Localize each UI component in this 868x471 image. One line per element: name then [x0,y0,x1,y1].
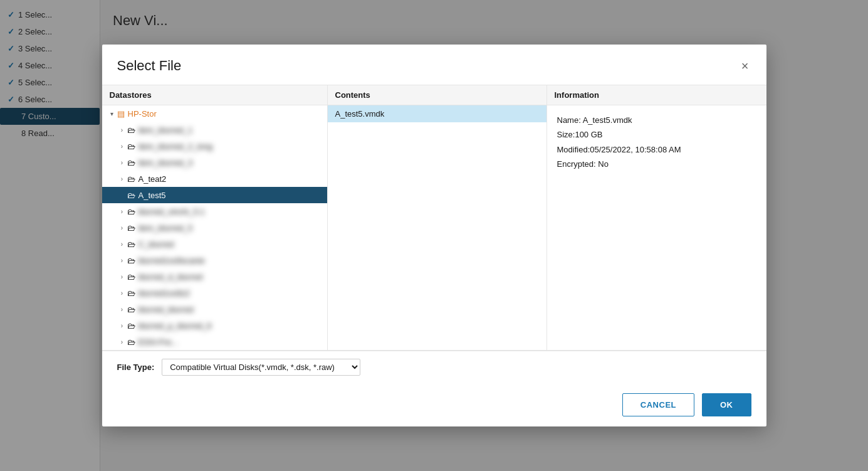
tree-item-label: item_blurred_3 [139,158,322,167]
information-body: Name: A_test5.vmdk Size:100 GB Modified:… [547,105,766,179]
contents-header: Contents [328,85,546,105]
tree-item-label: item_blurred_1 [139,125,322,135]
tree-item-a-teat2[interactable]: › 🗁 A_teat2 [102,171,327,187]
information-pane: Information Name: A_test5.vmdk Size:100 … [547,85,766,350]
close-button[interactable]: × [739,57,751,75]
datastores-tree[interactable]: ▾ ▤ HP-Stor › 🗁 item_blurred_1 › [102,105,327,350]
content-item-vmdk[interactable]: A_test5.vmdk [328,105,546,122]
tree-item-blurred-7[interactable]: › 🗁 blurred1os9scanie [102,252,327,268]
expand-icon: › [117,223,127,233]
select-file-modal: Select File × Datastores ▾ ▤ HP-Stor [102,45,766,426]
info-modified: Modified:05/25/2022, 10:58:08 AM [557,142,756,157]
folder-icon: 🗁 [127,256,135,265]
modal-title: Select File [117,58,182,74]
tree-item-label: item_blurred_5 [139,223,322,233]
tree-item-blurred-9[interactable]: › 🗁 blurred1os9z2 [102,285,327,301]
content-item-label: A_test5.vmdk [335,109,385,119]
datastore-icon: ▤ [117,109,125,119]
tree-item-blurred-10[interactable]: › 🗁 blurred_blurred [102,301,327,317]
tree-item-label: ESXi-Fre... [139,337,322,347]
tree-item-label: A_test5 [139,191,322,200]
folder-icon: 🗁 [127,240,135,249]
info-name: Name: A_test5.vmdk [557,113,756,127]
modal-header: Select File × [102,45,766,85]
datastores-pane: Datastores ▾ ▤ HP-Stor › 🗁 item_blurr [102,85,328,350]
tree-item-label: blurred1os9scanie [139,256,322,265]
folder-icon: 🗁 [127,174,135,184]
datastores-header: Datastores [102,85,327,105]
tree-item-label: HP-Stor [128,109,322,119]
expand-icon: › [117,288,127,298]
folder-icon: 🗁 [127,272,135,282]
expand-icon: › [117,141,127,151]
expand-icon: › [117,337,127,347]
expand-icon: › [117,206,127,216]
tree-item-blurred-8[interactable]: › 🗁 blurred_d_blurred [102,268,327,285]
info-encrypted: Encrypted: No [557,157,756,171]
tree-item-esxi[interactable]: › 🗁 ESXi-Fre... [102,334,327,350]
folder-icon: 🗁 [127,142,135,151]
ok-button[interactable]: OK [702,393,751,416]
folder-icon: 🗁 [127,158,135,167]
expand-icon: ▾ [107,108,117,119]
file-type-select[interactable]: Compatible Virtual Disks(*.vmdk, *.dsk, … [162,359,360,376]
tree-item-label: C_blurred [139,240,322,249]
tree-item-blurred-3[interactable]: › 🗁 item_blurred_3 [102,154,327,171]
tree-item-blurred-2[interactable]: › 🗁 item_blurred_2_long [102,138,327,154]
tree-item-hp-stor[interactable]: ▾ ▤ HP-Stor [102,105,327,122]
tree-item-label: A_teat2 [139,174,322,184]
panes-container: Datastores ▾ ▤ HP-Stor › 🗁 item_blurr [102,85,766,351]
folder-icon: 🗁 [127,207,135,216]
folder-icon: 🗁 [127,191,135,200]
folder-icon: 🗁 [127,125,135,135]
expand-icon: › [117,255,127,265]
cancel-button[interactable]: CANCEL [622,393,694,416]
tree-item-blurred-11[interactable]: › 🗁 blurred_p_blurred_6 [102,317,327,334]
tree-item-label: blurred_vinchi_5.1 [139,207,322,216]
expand-icon: › [117,320,127,331]
expand-icon: › [117,174,127,184]
modal-overlay: Select File × Datastores ▾ ▤ HP-Stor [0,0,868,471]
expand-icon: › [117,239,127,249]
tree-item-blurred-6[interactable]: › 🗁 C_blurred [102,236,327,252]
folder-icon: 🗁 [127,305,135,314]
info-size: Size:100 GB [557,127,756,142]
expand-icon: › [117,304,127,314]
information-header: Information [547,85,766,105]
expand-icon [117,190,127,200]
tree-item-label: blurred_p_blurred_6 [139,321,322,331]
tree-item-label: blurred1os9z2 [139,288,322,298]
modal-footer: CANCEL OK [102,383,766,426]
file-type-label: File Type: [117,363,155,372]
file-type-bar: File Type: Compatible Virtual Disks(*.vm… [102,351,766,383]
folder-icon: 🗁 [127,288,135,298]
contents-list[interactable]: A_test5.vmdk [328,105,546,350]
tree-item-a-test5[interactable]: 🗁 A_test5 [102,187,327,203]
expand-icon: › [117,272,127,282]
folder-icon: 🗁 [127,337,135,347]
tree-item-label: item_blurred_2_long [139,142,322,151]
expand-icon: › [117,125,127,135]
modal-body: Datastores ▾ ▤ HP-Stor › 🗁 item_blurr [102,85,766,383]
tree-item-blurred-5[interactable]: › 🗁 item_blurred_5 [102,220,327,236]
tree-item-label: blurred_blurred [139,305,322,314]
tree-item-blurred-1[interactable]: › 🗁 item_blurred_1 [102,122,327,138]
folder-icon: 🗁 [127,223,135,233]
folder-icon: 🗁 [127,321,135,331]
tree-item-blurred-4[interactable]: › 🗁 blurred_vinchi_5.1 [102,203,327,220]
contents-pane: Contents A_test5.vmdk [328,85,547,350]
expand-icon: › [117,157,127,167]
tree-item-label: blurred_d_blurred [139,272,322,282]
